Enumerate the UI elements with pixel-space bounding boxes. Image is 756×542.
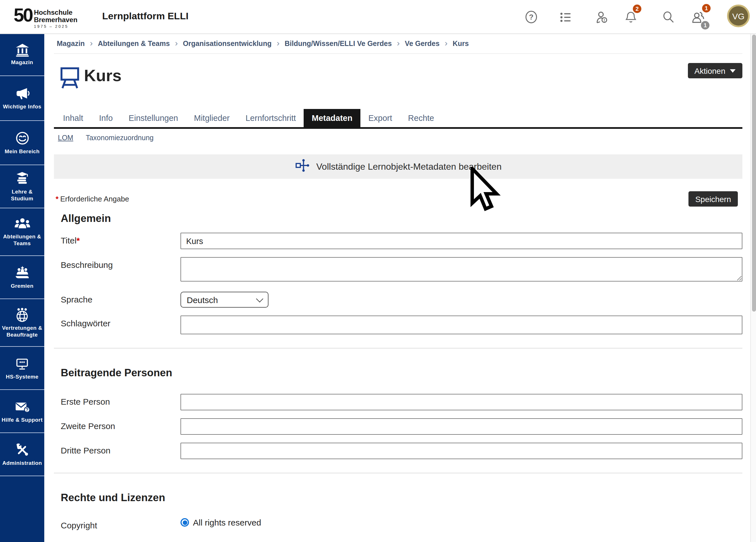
sidebar-item-mein-bereich[interactable]: Mein Bereich — [0, 121, 44, 165]
erste-person-input[interactable] — [180, 394, 742, 410]
breadcrumb: Magazin› Abteilungen & Teams› Organisati… — [54, 33, 742, 54]
erste-person-label: Erste Person — [54, 394, 180, 406]
form-row-erste-person: Erste Person — [54, 394, 742, 410]
sidebar-item-gremien[interactable]: Gremien — [0, 256, 44, 299]
breadcrumb-item[interactable]: Abteilungen & Teams — [98, 39, 170, 47]
subtab-taxonomiezuordnung[interactable]: Taxonomiezuordnung — [86, 134, 154, 142]
breadcrumb-item[interactable]: Kurs — [453, 39, 469, 47]
tab-underline — [54, 127, 742, 129]
dritte-person-input[interactable] — [180, 443, 742, 459]
copyright-label: Copyright — [54, 518, 180, 530]
subtab-bar: LOM Taxonomiezuordnung — [54, 134, 742, 142]
avatar[interactable]: VG — [727, 5, 750, 27]
form-row-dritte-person: Dritte Person — [54, 443, 742, 459]
tools-icon — [14, 442, 30, 457]
sidebar-item-label: Abteilungen & Teams — [1, 233, 43, 247]
required-star: * — [77, 236, 80, 245]
sidebar-item-abteilungen-teams[interactable]: Abteilungen & Teams — [0, 208, 44, 256]
titel-input[interactable] — [180, 233, 742, 249]
monitor-icon: *** — [14, 356, 30, 371]
chevron-right-icon: › — [175, 38, 178, 48]
sidebar-item-label: HS-Systeme — [6, 373, 39, 380]
form-row-sprache: Sprache Deutsch — [54, 292, 742, 308]
chevron-right-icon: › — [445, 38, 448, 48]
edit-full-metadata-link[interactable]: Vollständige Lernobjekt-Metadaten bearbe… — [316, 161, 502, 172]
caret-down-icon — [730, 69, 736, 72]
page-title: Kurs — [84, 66, 121, 85]
dritte-person-label: Dritte Person — [54, 443, 180, 455]
beschreibung-textarea[interactable] — [180, 257, 742, 281]
sprache-select[interactable]: Deutsch — [180, 292, 268, 308]
sidebar-item-label: Vertretungen & Beauftragte — [1, 325, 43, 338]
sidebar-item-hilfe-support[interactable]: ? Hilfe & Support — [0, 390, 44, 433]
svg-text:***: *** — [19, 360, 25, 365]
contacts-icon[interactable]: 1 1 — [690, 9, 706, 25]
megaphone-icon — [14, 86, 30, 101]
search-icon[interactable] — [660, 9, 676, 25]
breadcrumb-item[interactable]: Bildung/Wissen/ELLI Ve Gerdes — [285, 39, 392, 47]
tab-einstellungen[interactable]: Einstellungen — [121, 109, 186, 127]
sidebar-item-label: Mein Bereich — [5, 148, 39, 155]
main-area: Magazin› Abteilungen & Teams› Organisati… — [44, 33, 750, 542]
tab-info[interactable]: Info — [91, 109, 121, 127]
breadcrumb-item[interactable]: Ve Gerdes — [405, 39, 440, 47]
copyright-radio-label: All rights reserved — [193, 518, 261, 527]
scrollbar-track — [750, 33, 756, 542]
breadcrumb-item[interactable]: Magazin — [57, 39, 85, 47]
contacts-badge-top: 1 — [702, 4, 711, 12]
logo-name-line2: Bremerhaven — [34, 16, 77, 23]
sidebar-item-label: Magazin — [11, 59, 33, 66]
actions-button[interactable]: Aktionen — [688, 63, 742, 78]
sidebar-item-lehre-studium[interactable]: Lehre & Studium — [0, 165, 44, 208]
university-logo[interactable]: 50 Hochschule Bremerhaven 1975 – 2025 — [14, 4, 77, 28]
sidebar-item-magazin[interactable]: Magazin — [0, 33, 44, 76]
sidebar-item-hs-systeme[interactable]: *** HS-Systeme — [0, 347, 44, 390]
logo-years: 1975 – 2025 — [34, 24, 77, 28]
form-row-beschreibung: Beschreibung — [54, 257, 742, 284]
metadata-form: Titel* Beschreibung Sprache Deutsch — [54, 233, 742, 530]
notifications-badge: 2 — [633, 5, 641, 13]
tab-mitglieder[interactable]: Mitglieder — [186, 109, 238, 127]
zweite-person-input[interactable] — [180, 418, 742, 435]
schlagwoerter-input[interactable] — [180, 316, 742, 334]
logo-name-line1: Hochschule — [34, 9, 77, 16]
sidebar-item-vertretungen[interactable]: Vertretungen & Beauftragte — [0, 299, 44, 347]
schlagwoerter-label: Schlagwörter — [54, 316, 180, 328]
smiley-icon — [14, 131, 30, 146]
svg-text:!: ! — [603, 18, 605, 22]
bank-icon — [14, 43, 30, 57]
globe-people-icon — [14, 307, 30, 322]
bell-icon[interactable]: 2 — [623, 9, 639, 25]
subtab-lom[interactable]: LOM — [58, 134, 73, 142]
sidebar-item-label: Gremien — [11, 282, 33, 289]
metadata-banner: Vollständige Lernobjekt-Metadaten bearbe… — [54, 154, 742, 179]
help-icon[interactable]: ? — [523, 9, 539, 25]
tab-inhalt[interactable]: Inhalt — [55, 109, 91, 127]
scrollbar-thumb[interactable] — [752, 35, 756, 312]
form-row-copyright: Copyright All rights reserved — [54, 518, 742, 530]
course-easel-icon — [58, 65, 81, 93]
tab-export[interactable]: Export — [360, 109, 400, 127]
tab-lernfortschritt[interactable]: Lernfortschritt — [238, 109, 304, 127]
breadcrumb-item[interactable]: Organisationsentwicklung — [183, 39, 272, 47]
form-row-schlagwoerter: Schlagwörter — [54, 316, 742, 334]
mail-question-icon: ? — [14, 399, 30, 414]
chevron-right-icon: › — [90, 38, 93, 48]
save-button[interactable]: Speichern — [688, 191, 738, 207]
contacts-badge-bottom: 1 — [701, 21, 709, 30]
sidebar-item-label: Administration — [2, 460, 42, 467]
chevron-down-icon — [256, 295, 263, 302]
tab-rechte[interactable]: Rechte — [400, 109, 442, 127]
required-hint: *Erforderliche Angabe — [56, 195, 129, 203]
people-hand-icon — [14, 265, 30, 280]
user-alert-icon[interactable]: ! — [594, 9, 610, 25]
sprache-selected-value: Deutsch — [187, 295, 218, 304]
svg-text:?: ? — [25, 407, 28, 412]
sidebar-item-administration[interactable]: Administration — [0, 433, 44, 476]
list-icon[interactable] — [557, 9, 573, 25]
copyright-radio[interactable] — [180, 518, 189, 527]
titel-label: Titel* — [54, 233, 180, 245]
zweite-person-label: Zweite Person — [54, 418, 180, 431]
sidebar-item-wichtige-infos[interactable]: Wichtige Infos — [0, 76, 44, 121]
tab-metadaten[interactable]: Metadaten — [304, 109, 360, 127]
